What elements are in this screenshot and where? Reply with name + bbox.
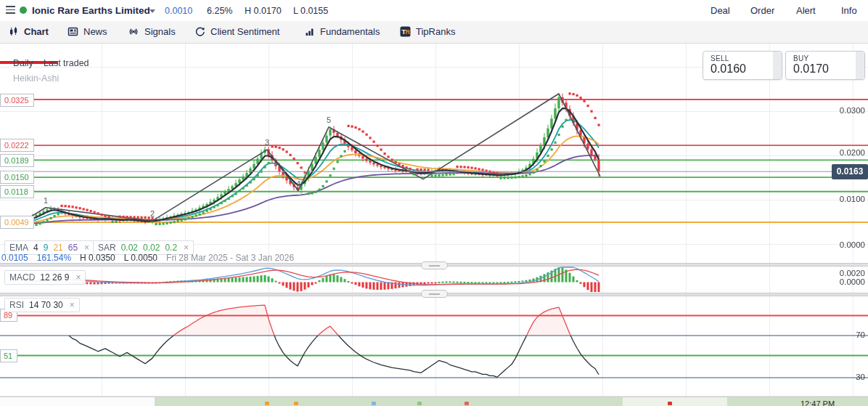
price-mode-button[interactable]: Last traded bbox=[44, 58, 89, 68]
ema-period-4: 4 bbox=[33, 243, 38, 253]
tab-tipranks[interactable]: TR TipRanks bbox=[400, 21, 455, 42]
tab-client-sentiment[interactable]: Client Sentiment bbox=[195, 21, 279, 42]
buy-price: 0.0170 bbox=[793, 62, 829, 76]
tab-news[interactable]: News bbox=[67, 21, 107, 42]
taskbar-segment bbox=[0, 397, 155, 406]
taskbar-segment bbox=[623, 397, 727, 406]
top-bar: Ionic Rare Earths Limited 0.0010 6.25% H… bbox=[0, 0, 868, 22]
tab-bar: Chart News Signals Client Sentiment Fund… bbox=[0, 21, 868, 44]
rsi-legend-chip[interactable]: RSI 14 70 30 × bbox=[4, 298, 80, 312]
tab-label: TipRanks bbox=[416, 26, 455, 37]
change-value: 0.0105 bbox=[1, 253, 28, 263]
level-chip-0150[interactable]: 0.0150 bbox=[0, 171, 34, 184]
ema-period-21: 21 bbox=[53, 243, 62, 253]
axis-label-rsi: 70 bbox=[822, 330, 865, 339]
change-pct: 161.54% bbox=[37, 253, 71, 263]
axis-label-main: 0.0000 bbox=[822, 240, 865, 249]
timeframe-button[interactable]: Daily bbox=[13, 58, 33, 68]
day-low: L 0.0155 bbox=[293, 6, 328, 16]
pane-resize-handle[interactable] bbox=[421, 290, 448, 298]
ohlc-info-row: 0.0105 161.54% H 0.0350 L 0.0050 Fri 28 … bbox=[1, 253, 294, 263]
taskbar-icon bbox=[294, 402, 298, 405]
ema-period-9: 9 bbox=[44, 243, 49, 253]
tab-fundamentals[interactable]: Fundamentals bbox=[304, 21, 380, 42]
rsi-label: RSI bbox=[9, 300, 24, 310]
signals-icon bbox=[128, 26, 139, 37]
axis-label-macd: 0.0000 bbox=[822, 277, 865, 286]
ema-label: EMA bbox=[9, 243, 28, 253]
chart-style-label: Heikin-Ashi bbox=[13, 73, 59, 84]
hamburger-menu-icon[interactable] bbox=[6, 6, 15, 14]
sar-param-3: 0.2 bbox=[165, 243, 177, 253]
macd-legend-chip[interactable]: MACD 12 26 9 × bbox=[4, 270, 86, 285]
tab-chart[interactable]: Chart bbox=[8, 21, 49, 42]
svg-text:R: R bbox=[406, 28, 411, 36]
os-taskbar: 12:47 PM bbox=[0, 397, 868, 406]
price-change: 0.0010 bbox=[165, 6, 192, 16]
candlestick-chart-icon bbox=[8, 26, 19, 37]
close-icon[interactable]: × bbox=[70, 300, 75, 310]
tab-label: Chart bbox=[24, 26, 49, 37]
fundamentals-icon bbox=[304, 26, 315, 37]
chevron-down-icon[interactable] bbox=[150, 9, 155, 13]
ticket-edge bbox=[856, 52, 864, 79]
buy-label: BUY bbox=[793, 54, 808, 62]
macd-label: MACD bbox=[9, 272, 35, 283]
price-change-pct: 6.25% bbox=[207, 6, 232, 16]
level-chip-0222[interactable]: 0.0222 bbox=[0, 139, 34, 152]
ema-period-65: 65 bbox=[68, 243, 78, 253]
sell-price: 0.0160 bbox=[711, 62, 746, 76]
day-high: H 0.0170 bbox=[245, 6, 282, 16]
market-open-status-icon bbox=[20, 7, 27, 14]
tab-label: News bbox=[83, 26, 107, 37]
taskbar-icon bbox=[417, 402, 422, 405]
order-button[interactable]: Order bbox=[750, 5, 774, 16]
tab-label: Client Sentiment bbox=[210, 26, 279, 37]
taskbar-clock: 12:47 PM bbox=[801, 399, 835, 406]
level-chip-0049[interactable]: 0.0049 bbox=[0, 216, 34, 229]
pane-resize-handle[interactable] bbox=[421, 261, 448, 269]
taskbar-icon bbox=[464, 402, 469, 405]
close-icon[interactable]: × bbox=[84, 243, 89, 253]
close-icon[interactable]: × bbox=[184, 243, 189, 253]
axis-label-main: 0.0200 bbox=[822, 148, 865, 157]
taskbar-icon bbox=[372, 402, 376, 405]
range-high: H 0.0350 bbox=[80, 253, 115, 263]
axis-label-rsi: 30 bbox=[822, 373, 865, 381]
tab-signals[interactable]: Signals bbox=[128, 21, 176, 42]
sar-param-1: 0.02 bbox=[121, 243, 138, 253]
tab-label: Fundamentals bbox=[320, 26, 380, 37]
sell-ticket-button[interactable]: SELL 0.0160 bbox=[703, 51, 782, 80]
rsi-level-chip-51[interactable]: 51 bbox=[0, 349, 17, 362]
buy-ticket-button[interactable]: BUY 0.0170 bbox=[785, 51, 865, 80]
client-sentiment-icon bbox=[195, 26, 205, 37]
axis-label-main: 0.0100 bbox=[822, 195, 865, 203]
tipranks-icon: TR bbox=[400, 26, 411, 37]
level-chip-0189[interactable]: 0.0189 bbox=[0, 154, 34, 167]
macd-params: 12 26 9 bbox=[40, 272, 69, 283]
sar-param-2: 0.02 bbox=[143, 243, 160, 253]
taskbar-icon bbox=[668, 402, 672, 405]
rsi-params: 14 70 30 bbox=[29, 300, 63, 310]
alert-button[interactable]: Alert bbox=[796, 5, 816, 16]
taskbar-icon bbox=[265, 402, 269, 405]
axis-label-main: 0.0300 bbox=[822, 106, 865, 115]
current-price-badge: 0.0163 bbox=[832, 164, 868, 179]
news-icon bbox=[67, 26, 78, 37]
level-chip-0325[interactable]: 0.0325 bbox=[0, 94, 34, 107]
info-button[interactable]: Info bbox=[841, 5, 857, 16]
ticket-edge bbox=[773, 52, 782, 79]
instrument-title[interactable]: Ionic Rare Earths Limited bbox=[32, 5, 150, 16]
close-icon[interactable]: × bbox=[75, 272, 81, 283]
level-chip-0118[interactable]: 0.0118 bbox=[0, 185, 34, 198]
sar-label: SAR bbox=[98, 243, 116, 253]
axis-label-macd: 0.0020 bbox=[822, 269, 865, 277]
tab-label: Signals bbox=[144, 26, 176, 37]
date-range: Fri 28 Mar 2025 - Sat 3 Jan 2026 bbox=[166, 253, 294, 263]
sell-label: SELL bbox=[711, 54, 729, 62]
deal-button[interactable]: Deal bbox=[711, 5, 730, 16]
range-low: L 0.0050 bbox=[124, 253, 157, 263]
